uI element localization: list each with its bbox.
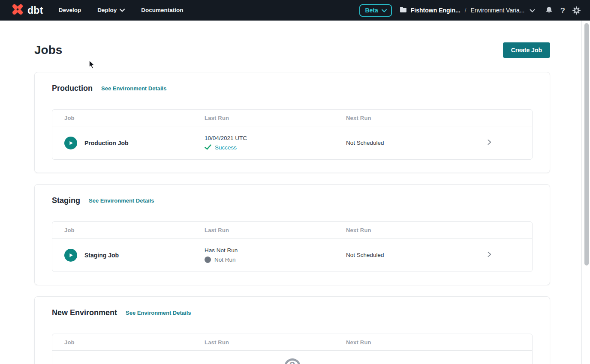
chevron-down-icon xyxy=(120,0,125,21)
breadcrumb-separator: / xyxy=(465,7,467,14)
run-job-button[interactable] xyxy=(64,249,77,262)
nav-item-develop[interactable]: Develop xyxy=(59,0,81,21)
success-check-icon xyxy=(205,144,211,151)
vertical-scrollbar-track[interactable] xyxy=(581,21,590,364)
column-header-next-run: Next Run xyxy=(346,227,532,233)
column-header-next-run: Next Run xyxy=(346,115,532,121)
play-icon xyxy=(68,252,74,258)
jobs-table: Job Last Run Next Run ? xyxy=(52,334,533,364)
breadcrumb-page: Environment Varia... xyxy=(471,7,525,14)
environment-card-staging: Staging See Environment Details Job Last… xyxy=(34,184,550,285)
last-run-status: Success xyxy=(215,144,237,151)
create-job-button[interactable]: Create Job xyxy=(503,42,550,58)
see-environment-details-link[interactable]: See Environment Details xyxy=(126,310,191,316)
page-title: Jobs xyxy=(34,43,62,57)
empty-state-question-icon: ? xyxy=(284,358,301,364)
chevron-down-icon xyxy=(530,7,535,14)
nav-item-deploy[interactable]: Deploy xyxy=(97,0,125,21)
table-header-row: Job Last Run Next Run xyxy=(52,334,532,351)
column-header-job: Job xyxy=(52,227,205,233)
environment-card-production: Production See Environment Details Job L… xyxy=(34,72,550,173)
jobs-table: Job Last Run Next Run Staging Job Has No… xyxy=(52,221,533,272)
play-icon xyxy=(68,140,74,146)
nav-utility-icons: ? xyxy=(545,6,581,15)
chevron-down-icon xyxy=(382,7,387,14)
environment-card-new-environment: New Environment See Environment Details … xyxy=(34,296,550,364)
job-row-production-job[interactable]: Production Job 10/04/2021 UTC Success No… xyxy=(52,126,532,159)
help-icon[interactable]: ? xyxy=(560,6,565,15)
last-run-status: Not Run xyxy=(214,257,236,263)
vertical-scrollbar-thumb[interactable] xyxy=(584,23,589,266)
folder-icon xyxy=(400,6,407,14)
see-environment-details-link[interactable]: See Environment Details xyxy=(101,85,166,92)
settings-gear-icon[interactable] xyxy=(572,6,581,15)
see-environment-details-link[interactable]: See Environment Details xyxy=(89,197,154,204)
notifications-bell-icon[interactable] xyxy=(545,6,553,14)
column-header-last-run: Last Run xyxy=(205,115,346,121)
chevron-right-icon[interactable] xyxy=(486,251,493,260)
table-header-row: Job Last Run Next Run xyxy=(52,110,532,126)
environment-name: New Environment xyxy=(52,308,117,317)
table-header-row: Job Last Run Next Run xyxy=(52,222,532,239)
last-run-date: 10/04/2021 UTC xyxy=(205,135,346,141)
next-run-value: Not Scheduled xyxy=(346,140,486,146)
nav-item-label: Documentation xyxy=(141,0,183,21)
dbt-logo[interactable]: dbt xyxy=(10,2,43,18)
job-name: Staging Job xyxy=(84,252,119,259)
job-name: Production Job xyxy=(84,140,129,146)
chevron-right-icon[interactable] xyxy=(486,139,493,147)
nav-item-label: Deploy xyxy=(97,0,117,21)
column-header-job: Job xyxy=(52,339,205,346)
dbt-logo-icon xyxy=(10,2,25,18)
beta-dropdown[interactable]: Beta xyxy=(359,4,391,17)
breadcrumb-project: Fishtown Engin... xyxy=(400,6,461,14)
top-nav: dbt Develop Deploy Documentation Beta xyxy=(0,0,590,21)
nav-item-label: Develop xyxy=(59,0,81,21)
column-header-last-run: Last Run xyxy=(205,227,346,233)
jobs-table: Job Last Run Next Run Production Job 10/… xyxy=(52,109,533,160)
column-header-last-run: Last Run xyxy=(205,339,346,346)
column-header-job: Job xyxy=(52,115,205,121)
main-content: Jobs Create Job Production See Environme… xyxy=(0,42,590,364)
project-breadcrumb[interactable]: Fishtown Engin... / Environment Varia... xyxy=(400,6,536,14)
nav-item-documentation[interactable]: Documentation xyxy=(141,0,183,21)
primary-nav: Develop Deploy Documentation xyxy=(59,0,184,21)
next-run-value: Not Scheduled xyxy=(346,252,486,258)
last-run-date: Has Not Run xyxy=(205,247,346,254)
beta-label: Beta xyxy=(365,7,378,14)
not-run-question-icon: ? xyxy=(205,257,211,263)
environment-name: Staging xyxy=(52,196,80,205)
brand-name: dbt xyxy=(27,5,43,16)
environment-name: Production xyxy=(52,84,93,93)
run-job-button[interactable] xyxy=(64,137,77,149)
empty-jobs-state: ? xyxy=(52,351,532,364)
column-header-next-run: Next Run xyxy=(346,339,532,346)
job-row-staging-job[interactable]: Staging Job Has Not Run ? Not Run Not Sc… xyxy=(52,239,532,272)
